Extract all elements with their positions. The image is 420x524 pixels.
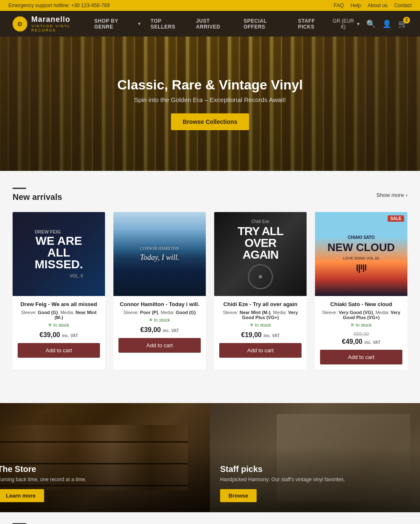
add-to-cart-button[interactable]: Add to cart bbox=[320, 350, 402, 364]
product-card: CHIAKI SATO NEW CLOUD LOVE SONG VOL.02 S… bbox=[315, 212, 407, 369]
nav-just-arrived[interactable]: JUST ARRIVED bbox=[196, 18, 234, 30]
product-name: Chiaki Sato - New cloud bbox=[320, 301, 402, 307]
price-current: €49,00 inc. VAT bbox=[320, 338, 402, 346]
stock-icon: ≡ bbox=[149, 317, 152, 323]
sale-badge: SALE bbox=[388, 215, 404, 222]
stock-label: In stock bbox=[53, 322, 69, 328]
product-info: Drew Feig - We are all missed Sleeve: Go… bbox=[13, 296, 105, 363]
album-art-2: CONNOR HAMILTON Today, I will. bbox=[113, 212, 206, 296]
stock-label: In stock bbox=[255, 322, 271, 328]
header-actions: GR (EUR €) ▾ 🔍 👤 🛒 2 bbox=[331, 18, 407, 30]
cart-badge: 2 bbox=[403, 17, 410, 24]
product-image: CONNOR HAMILTON Today, I will. bbox=[113, 212, 206, 296]
nav-top-sellers[interactable]: TOP SELLERS bbox=[151, 18, 186, 30]
top-bar: Emergency support hotline: +30 123-456-7… bbox=[0, 0, 420, 11]
nav-shop-by-genre[interactable]: SHOP BY GENRE ▾ bbox=[94, 18, 140, 30]
product-stock: ≡ In stock bbox=[18, 322, 100, 328]
brand-name: Maranello bbox=[32, 15, 94, 24]
product-info: Chidi Eze - Try all over again Sleeve: N… bbox=[214, 296, 307, 363]
currency-selector[interactable]: GR (EUR €) ▾ bbox=[331, 18, 360, 30]
logo-text-wrap: Maranello VINTAGE VINYL RECORDS bbox=[32, 15, 94, 32]
account-icon[interactable]: 👤 bbox=[382, 19, 391, 29]
section-title-wrap: New arrivals bbox=[13, 188, 62, 202]
hero-content: Classic, Rare & Vintage Vinyl Spin into … bbox=[117, 77, 303, 130]
product-image: Chidi Eze TRY ALLOVERAGAIN bbox=[214, 212, 307, 296]
product-meta-sleeve: Sleeve: Near Mint (M-), Media: Very Good… bbox=[219, 310, 302, 320]
currency-label: GR (EUR €) bbox=[331, 18, 355, 30]
browse-button[interactable]: Browse bbox=[220, 489, 257, 502]
product-meta-sleeve: Sleeve: Good (G), Media: Near Mint (M-) bbox=[18, 310, 100, 320]
staff-banner-subtitle: Handpicked Harmony: Our staff's vintage … bbox=[220, 477, 345, 482]
product-image: DREW FEIG WE AREALLMISSED. VOL. II bbox=[13, 212, 105, 296]
product-card: CONNOR HAMILTON Today, I will. Connor Ha… bbox=[113, 212, 206, 369]
add-to-cart-button[interactable]: Add to cart bbox=[219, 343, 302, 358]
product-stock: ≡ In stock bbox=[118, 317, 201, 323]
product-name: Connor Hamilton - Today i will. bbox=[118, 301, 201, 307]
new-arrivals-title: New arrivals bbox=[13, 192, 62, 202]
nav-staff-picks[interactable]: STAFF PICKS bbox=[298, 18, 331, 30]
add-to-cart-button[interactable]: Add to cart bbox=[118, 338, 201, 353]
hotline-text: Emergency support hotline: +30 123-456-7… bbox=[8, 3, 110, 8]
cart-icon[interactable]: 🛒 2 bbox=[398, 19, 407, 29]
section-line bbox=[13, 188, 26, 189]
main-nav: SHOP BY GENRE ▾ TOP SELLERS JUST ARRIVED… bbox=[94, 18, 331, 30]
store-banner: The Store Turning back time, one record … bbox=[0, 403, 210, 512]
scroll-down-icon[interactable]: ⌄ bbox=[401, 521, 407, 524]
album-art-4: CHIAKI SATO NEW CLOUD LOVE SONG VOL.02 bbox=[315, 212, 407, 296]
hero-title: Classic, Rare & Vintage Vinyl bbox=[117, 77, 303, 93]
add-to-cart-button[interactable]: Add to cart bbox=[18, 343, 100, 358]
chevron-down-icon: ▾ bbox=[138, 21, 141, 26]
show-more-link[interactable]: Show more › bbox=[376, 192, 407, 198]
faq-link[interactable]: FAQ bbox=[334, 3, 344, 8]
price-current: €39,00 inc. VAT bbox=[18, 331, 100, 339]
brand-sub: VINTAGE VINYL RECORDS bbox=[32, 24, 94, 32]
product-meta-sleeve: Sleeve: Poor (P), Media: Good (G) bbox=[118, 310, 201, 315]
product-info: Chiaki Sato - New cloud Sleeve: Very Goo… bbox=[315, 296, 407, 369]
product-price: €59,00 €49,00 inc. VAT bbox=[320, 331, 402, 346]
product-grid: DREW FEIG WE AREALLMISSED. VOL. II Drew … bbox=[13, 212, 407, 369]
staff-banner-title: Staff picks bbox=[220, 464, 345, 474]
price-original: €59,00 bbox=[320, 331, 402, 337]
top-links: FAQ Help About us Contact bbox=[334, 3, 412, 8]
chevron-down-icon: ▾ bbox=[357, 21, 360, 27]
stock-icon: ≡ bbox=[250, 322, 253, 328]
search-icon[interactable]: 🔍 bbox=[366, 19, 375, 29]
store-banner-subtitle: Turning back time, one record at a time. bbox=[0, 477, 87, 482]
price-current: €19,00 inc. VAT bbox=[219, 331, 302, 339]
chevron-right-icon: › bbox=[406, 192, 407, 198]
show-more-text: Show more bbox=[376, 192, 404, 198]
product-name: Chidi Eze - Try all over again bbox=[219, 301, 302, 307]
product-meta-sleeve: Sleeve: Very Good (VG), Media: Very Good… bbox=[320, 310, 402, 320]
main-content: New arrivals Show more › DREW FEIG WE AR… bbox=[0, 171, 420, 403]
hero-subtitle: Spin into the Golden Era – Exceptional R… bbox=[117, 96, 303, 103]
store-banner-title: The Store bbox=[0, 464, 87, 474]
footer-area: ⌄ bbox=[0, 512, 420, 524]
product-card: DREW FEIG WE AREALLMISSED. VOL. II Drew … bbox=[13, 212, 105, 369]
product-price: €39,00 inc. VAT bbox=[118, 326, 201, 334]
album-art-1: DREW FEIG WE AREALLMISSED. VOL. II bbox=[13, 212, 105, 296]
new-arrivals-header: New arrivals Show more › bbox=[13, 188, 407, 202]
product-price: €39,00 inc. VAT bbox=[18, 331, 100, 339]
logo-icon: ⊙ bbox=[13, 16, 27, 31]
site-header: ⊙ Maranello VINTAGE VINYL RECORDS SHOP B… bbox=[0, 11, 420, 37]
store-banner-content: The Store Turning back time, one record … bbox=[0, 454, 97, 512]
product-card: Chidi Eze TRY ALLOVERAGAIN Chidi Eze - T… bbox=[214, 212, 307, 369]
staff-banner-content: Staff picks Handpicked Harmony: Our staf… bbox=[210, 454, 355, 512]
product-stock: ≡ In stock bbox=[219, 322, 302, 328]
about-link[interactable]: About us bbox=[368, 3, 387, 8]
help-link[interactable]: Help bbox=[351, 3, 361, 8]
staff-banner: Staff picks Handpicked Harmony: Our staf… bbox=[210, 403, 420, 512]
product-image: CHIAKI SATO NEW CLOUD LOVE SONG VOL.02 S… bbox=[315, 212, 407, 296]
learn-more-button[interactable]: Learn more bbox=[0, 489, 44, 502]
product-stock: ≡ In stock bbox=[320, 322, 402, 328]
stock-label: In stock bbox=[154, 317, 170, 322]
logo[interactable]: ⊙ Maranello VINTAGE VINYL RECORDS bbox=[13, 15, 94, 32]
hero-section: Classic, Rare & Vintage Vinyl Spin into … bbox=[0, 37, 420, 171]
browse-collections-button[interactable]: Browse Collections bbox=[171, 113, 249, 130]
logo-circle-vinyl: ⊙ bbox=[17, 21, 22, 27]
nav-special-offers[interactable]: SPECIAL OFFERS bbox=[244, 18, 288, 30]
contact-link[interactable]: Contact bbox=[394, 3, 412, 8]
stock-icon: ≡ bbox=[351, 322, 354, 328]
album-art-3: Chidi Eze TRY ALLOVERAGAIN bbox=[214, 212, 307, 296]
stock-label: In stock bbox=[356, 322, 372, 328]
